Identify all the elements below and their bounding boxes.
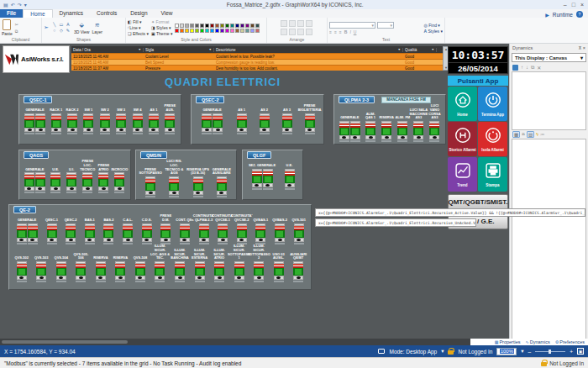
color-swatch[interactable] — [200, 24, 204, 28]
color-swatch[interactable] — [220, 24, 224, 28]
font-size-combo[interactable]: ▾ — [377, 22, 394, 29]
breaker[interactable] — [82, 172, 92, 193]
breaker[interactable] — [28, 223, 38, 244]
font-family-combo[interactable]: ▾ — [329, 22, 375, 29]
footer-tab-properties[interactable]: ▦Properties — [495, 339, 521, 344]
color-swatch[interactable] — [225, 29, 229, 33]
dynamics-add-icon[interactable] — [512, 65, 518, 71]
breaker[interactable] — [237, 113, 247, 134]
breaker[interactable] — [339, 121, 349, 142]
minimize-button[interactable]: – — [564, 2, 567, 8]
breaker[interactable] — [83, 113, 93, 134]
color-swatch[interactable] — [235, 24, 239, 28]
breaker[interactable] — [365, 121, 375, 142]
alarm-column-header[interactable]: Qualità▼ — [403, 48, 437, 52]
breaker[interactable] — [17, 261, 27, 282]
breaker[interactable] — [199, 223, 209, 244]
theme-button[interactable]: ▣ Theme ▾ — [151, 31, 173, 36]
breaker[interactable] — [217, 176, 227, 197]
breaker[interactable] — [123, 223, 133, 244]
sort-az-icon[interactable]: ²¹ — [522, 132, 525, 137]
breaker[interactable] — [85, 223, 95, 244]
panel-qms-n[interactable]: QMS/NPRESE SOTTOPASSOLUCI RIS. LOC. TECN… — [135, 150, 237, 200]
breaker[interactable] — [293, 261, 303, 282]
duplicate-icon[interactable]: ⧉ — [531, 65, 534, 71]
color-swatch[interactable] — [180, 29, 184, 33]
alarm-grid[interactable]: Data / Ora▼Sigla▼Descrizione▼Qualità▼ 11… — [71, 46, 443, 71]
fill-button[interactable]: ◧ Fill ▾ — [128, 19, 149, 24]
color-swatch[interactable] — [190, 29, 194, 33]
color-swatch[interactable] — [240, 29, 244, 33]
breaker[interactable] — [149, 113, 159, 134]
alarm-row[interactable]: 11/18/2025 11:37 AMPressureDew humidity … — [71, 65, 443, 71]
color-swatch[interactable] — [200, 29, 204, 33]
mode-dropdown-icon[interactable]: ▾ — [441, 348, 444, 355]
delete-icon[interactable]: ✕ — [537, 65, 541, 71]
breaker[interactable] — [100, 113, 110, 134]
panel-qags[interactable]: QAGSGENERALEU.E.U.I.PRESE LOC. TECNICOPR… — [18, 150, 131, 200]
breaker[interactable] — [116, 113, 126, 134]
breaker[interactable] — [413, 121, 423, 142]
color-swatch[interactable] — [195, 24, 199, 28]
panel-qsec-2[interactable]: QSEC-2GENERALEAS 1AS 2AS 3PRESE BIGLIETT… — [191, 94, 324, 145]
breaker[interactable] — [50, 172, 60, 193]
move-up-icon[interactable]: ↑ — [521, 65, 523, 70]
alarm-column-header[interactable]: Sigla▼ — [144, 48, 214, 52]
breaker[interactable] — [252, 169, 262, 190]
breaker[interactable] — [305, 113, 315, 134]
zoom-dropdown-icon[interactable]: ▾ — [521, 348, 523, 355]
breaker[interactable] — [51, 113, 61, 134]
panel-tab[interactable]: QE-2 — [13, 206, 36, 213]
breaker[interactable] — [115, 261, 125, 282]
text-format-tools[interactable]: ≡≡≡BIU — [329, 29, 421, 34]
breaker[interactable] — [275, 223, 285, 244]
breaker[interactable] — [175, 261, 185, 282]
breaker[interactable] — [35, 172, 45, 193]
breaker[interactable] — [237, 223, 247, 244]
line-button[interactable]: ∕ Line ▾ — [128, 25, 149, 30]
breaker[interactable] — [234, 261, 244, 282]
isola-allarmi-button[interactable]: Isola Allarmi — [478, 122, 507, 156]
breaker[interactable] — [218, 223, 228, 244]
color-swatch[interactable] — [185, 29, 189, 33]
breaker[interactable] — [35, 113, 45, 134]
breaker[interactable] — [47, 223, 57, 244]
zoom-value-box[interactable]: 100% — [496, 348, 517, 355]
help-icon[interactable]: ? — [576, 11, 583, 18]
tab-design[interactable]: Design — [123, 9, 154, 18]
color-swatch[interactable] — [180, 24, 184, 28]
color-swatch[interactable] — [215, 24, 219, 28]
color-swatch[interactable] — [245, 24, 249, 28]
color-swatch[interactable] — [250, 29, 255, 33]
breaker[interactable] — [24, 172, 34, 193]
mode-selector[interactable]: Mode: Desktop App — [389, 349, 437, 355]
select-tool-icon[interactable]: ➣ — [44, 24, 49, 31]
color-swatch[interactable] — [210, 29, 214, 33]
maximize-button[interactable]: □ — [572, 2, 575, 8]
panel-qlpma-2-3[interactable]: QLPMA 2-3MANCANZA FASE FMGENERALEALIM. Q… — [333, 94, 446, 145]
properties-view-icon[interactable]: ▤ — [527, 131, 534, 138]
breaker[interactable] — [260, 113, 270, 134]
breaker[interactable] — [255, 223, 265, 244]
home-button[interactable]: Home — [448, 87, 477, 121]
undo-icon[interactable]: ↶ — [11, 2, 15, 8]
breaker[interactable] — [350, 121, 360, 142]
zoom-out-button[interactable]: – — [528, 349, 532, 355]
storico-allarmi-button[interactable]: Storico Allarmi — [448, 122, 477, 156]
breaker[interactable] — [429, 121, 439, 142]
tab-file[interactable]: File — [0, 9, 23, 18]
color-swatch[interactable] — [245, 29, 249, 33]
breaker[interactable] — [202, 113, 212, 134]
color-swatch[interactable] — [240, 24, 244, 28]
tab-view[interactable]: View — [155, 9, 180, 18]
footer-tab-dynamics[interactable]: ∿Dynamics — [526, 339, 550, 344]
stampa-button[interactable]: Stampa — [478, 157, 507, 192]
breaker[interactable] — [36, 261, 46, 282]
color-swatch[interactable] — [195, 29, 199, 33]
color-swatch[interactable] — [205, 24, 209, 28]
property-toolbar[interactable]: ▦ ²¹ ▤ ϟ ≔ — [510, 130, 588, 139]
breaker[interactable] — [67, 113, 77, 134]
find-button[interactable]: ◎ Find ▾ — [423, 23, 443, 28]
close-button[interactable]: × — [580, 2, 584, 8]
alarm-row[interactable]: 11/18/2025 11:46 AMBelt SpeedCompression… — [71, 59, 443, 65]
